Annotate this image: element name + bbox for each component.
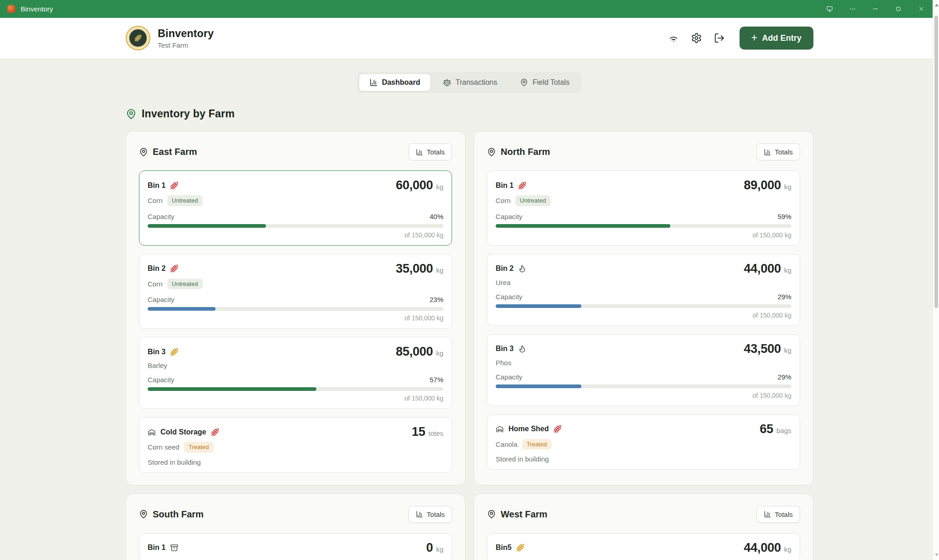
bin-unit: kg <box>784 266 791 274</box>
storage-card[interactable]: Cold Storage 15 totes Corn seed Treated <box>139 417 452 473</box>
map-pin-icon <box>520 78 528 87</box>
window-minimize-button[interactable] <box>864 0 887 18</box>
brand: Binventory Test Farm <box>126 26 214 50</box>
bin-name: Bin 2 <box>148 264 166 273</box>
product-name: Urea <box>496 279 511 286</box>
share-screen-button[interactable] <box>818 0 841 18</box>
bin-unit: kg <box>784 545 791 553</box>
bin-card[interactable]: Bin 2 35,000 kg Corn Untreated <box>139 254 452 329</box>
capacity-percent: 59% <box>778 213 791 220</box>
maximize-icon <box>895 5 902 12</box>
bin-name: Bin 3 <box>148 348 166 356</box>
tab-transactions[interactable]: Transactions <box>432 74 508 91</box>
bin-card[interactable]: Bin 1 60,000 kg Corn Untreated <box>139 170 452 246</box>
bar-chart-icon <box>416 148 423 156</box>
capacity-percent: 29% <box>778 293 791 301</box>
bin-name: Bin 2 <box>496 264 514 273</box>
map-pin-icon <box>487 510 496 519</box>
totals-label: Totals <box>427 148 445 156</box>
bar-chart-icon <box>764 511 771 518</box>
bin-card[interactable]: Bin 2 44,000 kg Urea Capac <box>487 254 800 326</box>
progress-fill <box>496 384 581 388</box>
bar-chart-icon <box>764 148 771 156</box>
bin-card[interactable]: Bin5 44,000 kg <box>487 533 800 560</box>
totals-button[interactable]: Totals <box>757 143 800 160</box>
wheat-icon <box>170 181 178 190</box>
map-pin-icon <box>126 109 137 120</box>
capacity-label: Capacity <box>148 296 174 303</box>
tab-transactions-label: Transactions <box>455 78 497 87</box>
app-header: Binventory Test Farm + Add Entry <box>0 18 939 58</box>
logout-button[interactable] <box>714 33 725 44</box>
bin-quantity: 35,000 <box>396 262 433 276</box>
tab-dashboard[interactable]: Dashboard <box>359 74 431 91</box>
capacity-percent: 23% <box>430 296 443 303</box>
bin-quantity: 43,500 <box>744 342 781 356</box>
capacity-label: Capacity <box>496 293 522 301</box>
progress-fill <box>496 224 670 228</box>
bin-quantity: 44,000 <box>744 541 781 555</box>
scrollbar-thumb[interactable] <box>934 16 938 308</box>
capacity-of-label: of 150,000 kg <box>404 395 443 402</box>
capacity-progressbar <box>148 307 443 311</box>
product-name: Corn <box>148 280 163 288</box>
storage-name: Cold Storage <box>160 428 206 436</box>
wheat-icon <box>170 348 178 356</box>
bin-card[interactable]: Bin 1 0 kg <box>139 533 452 560</box>
farm-subtitle: Test Farm <box>158 41 214 49</box>
plus-icon: + <box>751 33 757 43</box>
storage-card[interactable]: Home Shed 65 bags Canola Treated <box>487 414 800 470</box>
product-name: Corn <box>496 197 511 204</box>
settings-button[interactable] <box>691 33 702 44</box>
storage-note: Stored in building <box>148 458 443 466</box>
archive-box-icon <box>170 544 178 552</box>
monitor-icon <box>826 5 833 12</box>
window-close-button[interactable] <box>910 0 933 18</box>
logo-emblem <box>129 29 147 47</box>
totals-label: Totals <box>427 511 445 518</box>
gear-icon <box>691 33 702 44</box>
totals-button[interactable]: Totals <box>757 506 800 523</box>
progress-fill <box>148 307 215 311</box>
bin-card[interactable]: Bin 3 85,000 kg Barley Cap <box>139 337 452 409</box>
section-header: Inventory by Farm <box>126 108 813 120</box>
wifi-status-icon <box>668 33 679 44</box>
bin-card[interactable]: Bin 3 43,500 kg Phos Capac <box>487 334 800 406</box>
progress-fill <box>496 304 581 308</box>
bin-card[interactable]: Bin 1 89,000 kg Corn Untreated <box>487 170 800 246</box>
tab-field-totals[interactable]: Field Totals <box>509 74 580 91</box>
farm-name: South Farm <box>153 509 204 520</box>
scrollbar[interactable] <box>933 0 939 560</box>
window-more-button[interactable] <box>841 0 864 18</box>
capacity-of-label: of 150,000 kg <box>752 312 791 319</box>
farm-grid: East Farm Totals Bin 1 <box>126 131 813 560</box>
window-maximize-button[interactable] <box>887 0 910 18</box>
farm-card-west-farm: West Farm Totals Bin5 <box>474 494 813 560</box>
titlebar-app-name: Binventory <box>21 5 53 13</box>
bar-chart-icon <box>370 78 378 87</box>
storage-quantity: 65 <box>760 422 773 436</box>
capacity-progressbar <box>496 384 791 388</box>
warehouse-icon <box>496 425 504 433</box>
totals-button[interactable]: Totals <box>409 143 452 160</box>
wheat-icon <box>134 34 142 42</box>
scrollbar-down-arrow[interactable] <box>935 554 939 556</box>
bin-quantity: 89,000 <box>744 178 781 192</box>
app-logo <box>126 26 150 50</box>
map-pin-icon <box>139 148 148 157</box>
capacity-label: Capacity <box>496 213 522 220</box>
capacity-of-label: of 150,000 kg <box>752 231 791 239</box>
storage-name: Home Shed <box>508 425 549 433</box>
scrollbar-up-arrow[interactable] <box>935 4 939 6</box>
wheat-icon <box>211 428 219 436</box>
farm-name: East Farm <box>153 147 197 157</box>
bin-quantity: 44,000 <box>744 262 781 276</box>
capacity-label: Capacity <box>148 376 174 384</box>
bin-quantity: 85,000 <box>396 345 433 359</box>
product-name: Phos <box>496 359 511 367</box>
warehouse-icon <box>148 428 156 436</box>
progress-fill <box>148 224 266 228</box>
bin-unit: kg <box>784 183 791 191</box>
add-entry-button[interactable]: + Add Entry <box>740 27 813 49</box>
totals-button[interactable]: Totals <box>409 506 452 523</box>
